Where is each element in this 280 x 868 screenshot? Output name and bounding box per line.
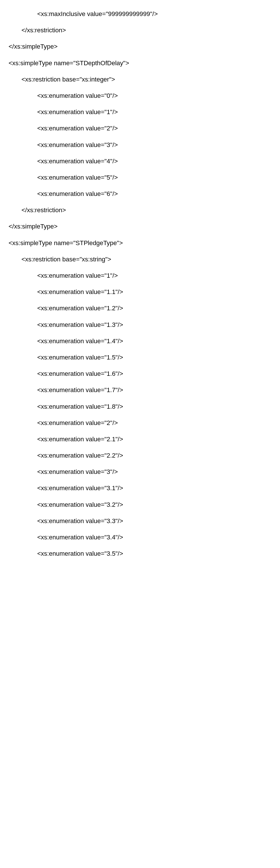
code-line: <xs:enumeration value="5"/> <box>0 169 280 186</box>
code-line: <xs:enumeration value="3"/> <box>0 137 280 153</box>
code-line: <xs:enumeration value="2"/> <box>0 120 280 136</box>
code-line: <xs:enumeration value="1.3"/> <box>0 317 280 333</box>
xml-code-block: <xs:maxInclusive value="999999999999"/><… <box>0 0 280 573</box>
code-line: </xs:restriction> <box>0 202 280 218</box>
code-line: <xs:enumeration value="1.4"/> <box>0 333 280 349</box>
code-line: </xs:restriction> <box>0 22 280 38</box>
code-line: <xs:enumeration value="2.2"/> <box>0 447 280 464</box>
code-line: <xs:enumeration value="1.1"/> <box>0 284 280 300</box>
code-line: <xs:enumeration value="1.5"/> <box>0 349 280 366</box>
code-line: <xs:enumeration value="1.2"/> <box>0 300 280 316</box>
code-line: <xs:enumeration value="0"/> <box>0 88 280 104</box>
code-line: <xs:restriction base="xs:integer"> <box>0 71 280 88</box>
code-line: <xs:enumeration value="2.1"/> <box>0 431 280 447</box>
code-line: <xs:enumeration value="6"/> <box>0 186 280 202</box>
code-line: <xs:enumeration value="3.4"/> <box>0 529 280 546</box>
code-line: <xs:enumeration value="1.8"/> <box>0 398 280 415</box>
code-line: <xs:enumeration value="1"/> <box>0 104 280 120</box>
code-line: <xs:enumeration value="3"/> <box>0 464 280 480</box>
code-line: <xs:enumeration value="3.3"/> <box>0 513 280 529</box>
code-line: <xs:maxInclusive value="999999999999"/> <box>0 6 280 22</box>
code-line: <xs:enumeration value="3.5"/> <box>0 546 280 562</box>
code-line: <xs:enumeration value="1.6"/> <box>0 366 280 382</box>
code-line: <xs:enumeration value="1"/> <box>0 268 280 284</box>
code-line: <xs:enumeration value="1.7"/> <box>0 382 280 398</box>
code-line: </xs:simpleType> <box>0 38 280 55</box>
code-line: <xs:enumeration value="2"/> <box>0 415 280 431</box>
code-line: </xs:simpleType> <box>0 218 280 235</box>
code-line: <xs:simpleType name="STPledgeType"> <box>0 235 280 251</box>
code-line: <xs:restriction base="xs:string"> <box>0 251 280 268</box>
code-line: <xs:enumeration value="3.1"/> <box>0 480 280 496</box>
code-line: <xs:simpleType name="STDepthOfDelay"> <box>0 55 280 71</box>
code-line: <xs:enumeration value="4"/> <box>0 153 280 169</box>
code-line: <xs:enumeration value="3.2"/> <box>0 496 280 513</box>
